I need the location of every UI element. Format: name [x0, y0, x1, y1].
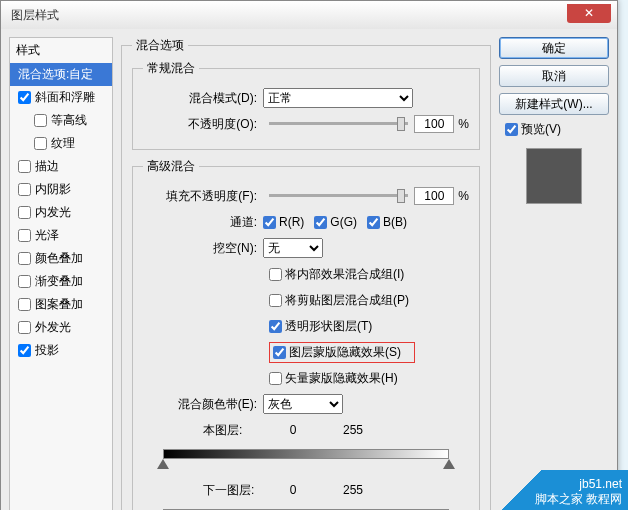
underlying-layer-slider[interactable] — [163, 505, 449, 510]
blending-options-legend: 混合选项 — [132, 37, 188, 54]
preview-swatch — [526, 148, 582, 204]
fill-opacity-input[interactable] — [414, 187, 454, 205]
blend-options-item[interactable]: 混合选项:自定 — [10, 63, 112, 86]
style-item[interactable]: 内阴影 — [10, 178, 112, 201]
styles-header: 样式 — [10, 38, 112, 63]
blend-mode-label: 混合模式(D): — [143, 90, 263, 107]
style-item[interactable]: 内发光 — [10, 201, 112, 224]
style-item[interactable]: 纹理 — [10, 132, 112, 155]
dialog-title: 图层样式 — [11, 7, 59, 24]
advanced-blending-group: 高级混合 填充不透明度(F): % 通道: R(R) G(G) B(B) — [132, 158, 480, 510]
style-item[interactable]: 渐变叠加 — [10, 270, 112, 293]
blend-clipped-checkbox[interactable]: 将剪贴图层混合成组(P) — [269, 292, 409, 309]
titlebar[interactable]: 图层样式 ✕ — [1, 1, 617, 29]
style-item[interactable]: 颜色叠加 — [10, 247, 112, 270]
close-button[interactable]: ✕ — [567, 4, 611, 23]
style-item[interactable]: 等高线 — [10, 109, 112, 132]
blending-options-group: 混合选项 常规混合 混合模式(D): 正常 不透明度(O): % — [121, 37, 491, 510]
this-layer-label: 本图层: — [203, 422, 263, 439]
preview-checkbox[interactable]: 预览(V) — [505, 121, 599, 138]
channel-g-checkbox[interactable]: G(G) — [314, 215, 357, 229]
cancel-button[interactable]: 取消 — [499, 65, 609, 87]
styles-list: 样式 混合选项:自定 斜面和浮雕等高线纹理描边内阴影内发光光泽颜色叠加渐变叠加图… — [9, 37, 113, 510]
style-item[interactable]: 描边 — [10, 155, 112, 178]
new-style-button[interactable]: 新建样式(W)... — [499, 93, 609, 115]
channel-b-checkbox[interactable]: B(B) — [367, 215, 407, 229]
opacity-input[interactable] — [414, 115, 454, 133]
style-item[interactable]: 投影 — [10, 339, 112, 362]
underlying-layer-label: 下一图层: — [203, 482, 263, 499]
action-column: 确定 取消 新建样式(W)... 预览(V) — [499, 37, 609, 510]
ok-button[interactable]: 确定 — [499, 37, 609, 59]
layer-mask-hides-checkbox[interactable]: 图层蒙版隐藏效果(S) — [273, 344, 401, 361]
transparency-shapes-checkbox[interactable]: 透明形状图层(T) — [269, 318, 372, 335]
style-item[interactable]: 图案叠加 — [10, 293, 112, 316]
channels-label: 通道: — [143, 214, 263, 231]
options-panel: 混合选项 常规混合 混合模式(D): 正常 不透明度(O): % — [121, 37, 491, 510]
blend-interior-checkbox[interactable]: 将内部效果混合成组(I) — [269, 266, 404, 283]
general-blending-group: 常规混合 混合模式(D): 正常 不透明度(O): % — [132, 60, 480, 150]
vector-mask-hides-checkbox[interactable]: 矢量蒙版隐藏效果(H) — [269, 370, 398, 387]
style-item[interactable]: 外发光 — [10, 316, 112, 339]
knockout-select[interactable]: 无 — [263, 238, 323, 258]
fill-opacity-slider[interactable] — [269, 190, 408, 202]
opacity-label: 不透明度(O): — [143, 116, 263, 133]
watermark: jb51.net 脚本之家 教程网 — [488, 470, 628, 510]
blend-if-label: 混合颜色带(E): — [143, 396, 263, 413]
layer-style-dialog: 图层样式 ✕ 样式 混合选项:自定 斜面和浮雕等高线纹理描边内阴影内发光光泽颜色… — [0, 0, 618, 510]
fill-opacity-label: 填充不透明度(F): — [143, 188, 263, 205]
blend-mode-select[interactable]: 正常 — [263, 88, 413, 108]
blend-if-select[interactable]: 灰色 — [263, 394, 343, 414]
layer-mask-hides-highlight: 图层蒙版隐藏效果(S) — [269, 342, 415, 363]
this-layer-slider[interactable] — [163, 445, 449, 471]
style-item[interactable]: 光泽 — [10, 224, 112, 247]
style-item[interactable]: 斜面和浮雕 — [10, 86, 112, 109]
opacity-slider[interactable] — [269, 118, 408, 130]
channel-r-checkbox[interactable]: R(R) — [263, 215, 304, 229]
knockout-label: 挖空(N): — [143, 240, 263, 257]
